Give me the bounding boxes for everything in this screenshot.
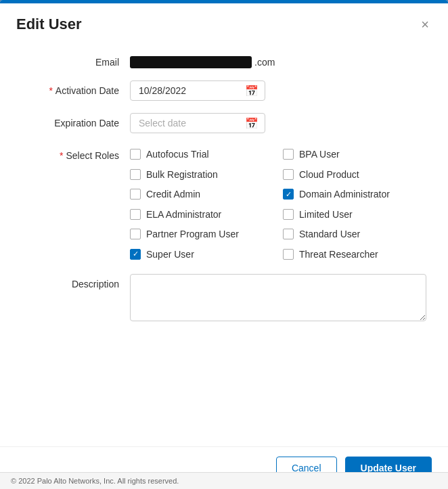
description-row: Description [22,274,426,321]
role-item-autofocus-trial[interactable]: Autofocus Trial [130,148,272,162]
copyright: © 2022 Palo Alto Networks, Inc. All righ… [0,472,448,489]
role-item-ela-administrator[interactable]: ELA Administrator [130,208,272,222]
role-item-super-user[interactable]: Super User [130,248,272,262]
role-checkbox-threat-researcher[interactable] [283,249,294,260]
role-item-standard-user[interactable]: Standard User [283,228,425,241]
role-label-bpa-user: BPA User [299,148,340,162]
description-textarea[interactable] [130,274,426,321]
activation-date-input[interactable] [130,80,265,101]
expiration-date-row: Expiration Date 📅 [22,113,426,133]
role-item-partner-program-user[interactable]: Partner Program User [130,228,272,241]
role-checkbox-partner-program-user[interactable] [130,229,141,239]
role-label-bulk-registration: Bulk Registration [146,168,218,182]
modal-overlay: Edit User × Email .com *Activation Date … [0,0,448,489]
role-label-super-user: Super User [146,248,194,262]
modal-title: Edit User [16,16,82,33]
role-label-autofocus-trial: Autofocus Trial [146,148,209,162]
role-item-bpa-user[interactable]: BPA User [283,148,425,162]
role-checkbox-autofocus-trial[interactable] [130,149,141,160]
email-domain: .com [254,57,275,68]
role-label-limited-user: Limited User [299,208,353,222]
role-checkbox-credit-admin[interactable] [130,189,141,200]
close-button[interactable]: × [418,18,432,31]
email-label: Email [22,52,130,68]
email-row: Email .com [22,52,426,68]
select-roles-label: *Select Roles [22,145,130,161]
required-star-roles: * [60,150,63,161]
role-item-limited-user[interactable]: Limited User [283,208,425,222]
required-star-activation: * [49,85,52,96]
role-item-cloud-product[interactable]: Cloud Product [283,168,425,182]
modal-header: Edit User × [0,3,448,41]
role-checkbox-cloud-product[interactable] [283,169,294,180]
role-item-domain-administrator[interactable]: Domain Administrator [283,188,425,202]
role-checkbox-standard-user[interactable] [283,229,294,239]
role-item-threat-researcher[interactable]: Threat Researcher [283,248,425,262]
expiration-date-wrap: 📅 [130,113,265,133]
role-checkbox-domain-administrator[interactable] [283,189,294,200]
email-value: .com [130,52,275,68]
roles-grid: Autofocus TrialBPA UserBulk Registration… [130,145,425,262]
role-label-credit-admin: Credit Admin [146,188,200,202]
role-checkbox-ela-administrator[interactable] [130,209,141,220]
role-label-ela-administrator: ELA Administrator [146,208,221,222]
role-checkbox-limited-user[interactable] [283,209,294,220]
activation-date-row: *Activation Date 📅 [22,80,426,101]
expiration-date-label: Expiration Date [22,113,130,129]
role-item-bulk-registration[interactable]: Bulk Registration [130,168,272,182]
role-checkbox-bulk-registration[interactable] [130,169,141,180]
role-label-cloud-product: Cloud Product [299,168,359,182]
role-item-credit-admin[interactable]: Credit Admin [130,188,272,202]
role-label-domain-administrator: Domain Administrator [299,188,390,202]
activation-date-label: *Activation Date [22,80,130,96]
modal-body: Email .com *Activation Date 📅 Expiration [0,41,448,446]
edit-user-modal: Edit User × Email .com *Activation Date … [0,0,448,489]
role-checkbox-super-user[interactable] [130,249,141,260]
role-label-standard-user: Standard User [299,228,360,241]
activation-date-wrap: 📅 [130,80,265,101]
description-label: Description [22,274,130,289]
role-label-partner-program-user: Partner Program User [146,228,239,241]
select-roles-row: *Select Roles Autofocus TrialBPA UserBul… [22,145,426,262]
expiration-date-input[interactable] [130,113,265,133]
role-label-threat-researcher: Threat Researcher [299,248,378,262]
role-checkbox-bpa-user[interactable] [283,149,294,160]
email-redacted [130,56,252,68]
